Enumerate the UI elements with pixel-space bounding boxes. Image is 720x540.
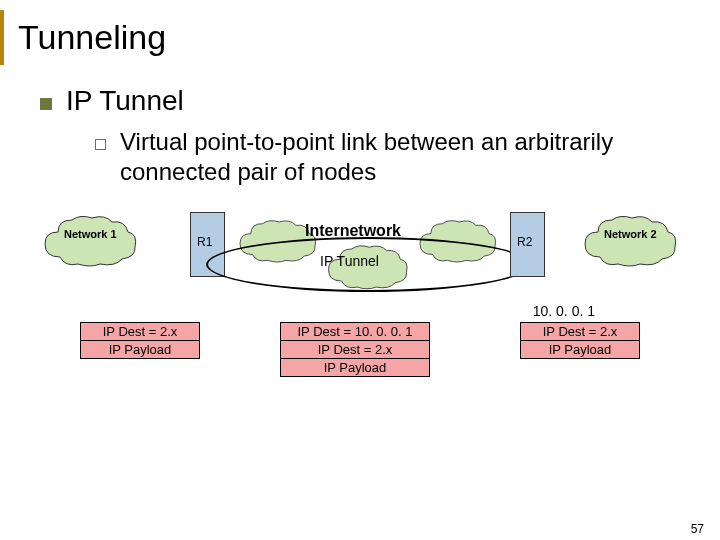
packet-3: IP Dest = 2.x IP Payload — [520, 322, 640, 359]
bullet-level-2: Virtual point-to-point link between an a… — [95, 127, 720, 187]
packet-3-line-2: IP Payload — [521, 341, 639, 358]
ip-address-label: 10. 0. 0. 1 — [533, 303, 595, 319]
packet-1-line-1: IP Dest = 2.x — [81, 323, 199, 341]
packet-3-line-1: IP Dest = 2.x — [521, 323, 639, 341]
tunnel-label: IP Tunnel — [320, 253, 379, 269]
bullet-level-1: IP Tunnel — [40, 85, 720, 117]
cloud-network-1 — [40, 212, 140, 272]
bullet-2-text: Virtual point-to-point link between an a… — [120, 127, 720, 187]
bullet-marker-hollow — [95, 139, 106, 150]
title-bar: Tunneling — [0, 10, 720, 65]
packet-2: IP Dest = 10. 0. 0. 1 IP Dest = 2.x IP P… — [280, 322, 430, 377]
packet-2-line-1: IP Dest = 10. 0. 0. 1 — [281, 323, 429, 341]
cloud-network-2 — [580, 212, 680, 272]
tunnel-diagram: Network 1 R1 Internetwork IP Tunnel — [40, 207, 680, 317]
packet-1: IP Dest = 2.x IP Payload — [80, 322, 200, 359]
router-2-label: R2 — [517, 235, 532, 249]
bullet-1-text: IP Tunnel — [66, 85, 184, 117]
packet-2-line-2: IP Dest = 2.x — [281, 341, 429, 359]
packet-1-line-2: IP Payload — [81, 341, 199, 358]
packet-row: IP Dest = 2.x IP Payload IP Dest = 10. 0… — [40, 322, 680, 382]
slide: Tunneling IP Tunnel Virtual point-to-poi… — [0, 10, 720, 540]
slide-number: 57 — [691, 522, 704, 536]
router-1-label: R1 — [197, 235, 212, 249]
slide-title: Tunneling — [18, 18, 720, 57]
bullet-marker-square — [40, 98, 52, 110]
network-2-label: Network 2 — [604, 228, 657, 241]
network-1-label: Network 1 — [64, 228, 117, 241]
packet-2-line-3: IP Payload — [281, 359, 429, 376]
